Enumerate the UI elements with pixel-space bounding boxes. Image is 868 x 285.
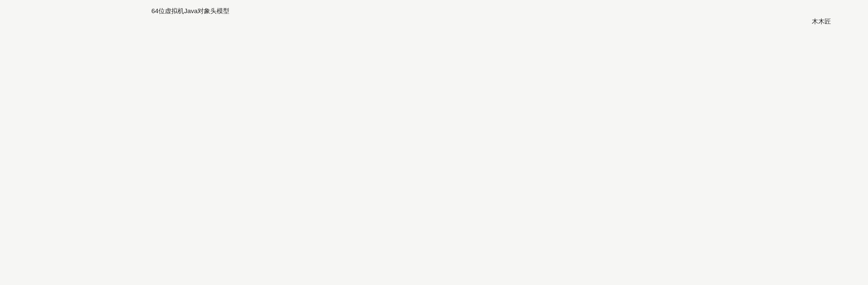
attribution: 木木匠 [10,17,831,26]
diagram-title: 64位虚拟机Java对象头模型 [151,7,858,16]
